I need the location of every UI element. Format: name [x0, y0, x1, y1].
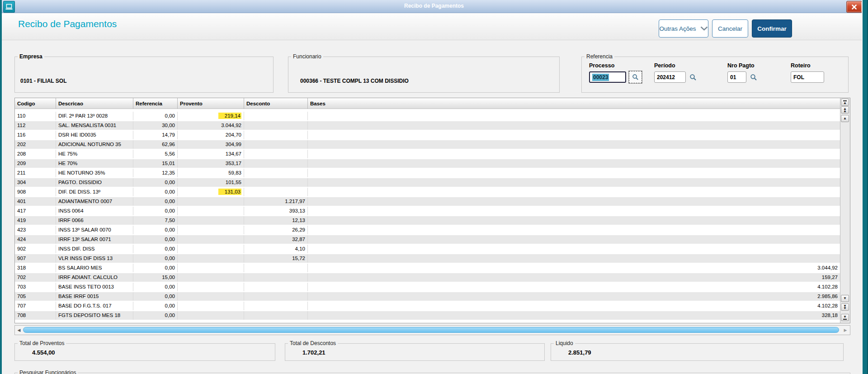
cell-desconto: 32,87 — [244, 235, 308, 244]
table-row[interactable]: 902INSS DIF. DISS0,004,10 — [15, 245, 840, 253]
periodo-input[interactable]: 202412 — [654, 71, 686, 83]
chevron-down-icon — [700, 26, 708, 31]
cell-descricao: INSS DIF. DISS — [56, 245, 133, 253]
table-row[interactable]: 424IRRF 13º SALAR 00710,0032,87 — [15, 235, 840, 244]
horizontal-scrollbar[interactable]: ◀ ▶ — [14, 325, 850, 335]
periodo-search-button[interactable] — [689, 73, 698, 82]
table-row[interactable]: 208HE 75%5,56134,67 — [15, 150, 840, 158]
table-row[interactable]: 907VLR INSS DIF DISS 130,0015,72 — [15, 254, 840, 263]
table-row[interactable]: 202ADICIONAL NOTURNO 3562,96304,99 — [15, 140, 840, 149]
cell-referencia: 0,00 — [133, 207, 178, 215]
confirmar-button[interactable]: Confirmar — [752, 19, 792, 38]
cell-bases: 4.102,28 — [308, 283, 840, 291]
nro-pagto-input[interactable]: 01 — [727, 71, 746, 83]
cell-provento — [178, 197, 244, 206]
window-border-left — [0, 0, 2, 374]
cell-descricao: IRRF 0066 — [56, 216, 133, 225]
processo-label: Processo — [589, 62, 614, 69]
column-header-desconto: Desconto — [244, 98, 308, 109]
processo-search-button[interactable] — [629, 71, 642, 83]
nro-pagto-label: Nro Pagto — [727, 62, 755, 69]
table-row[interactable]: 417INSS 00640,00393,13 — [15, 207, 840, 215]
hscroll-left-icon[interactable]: ◀ — [16, 327, 22, 333]
liquido-legend: Liquido — [554, 340, 575, 346]
cell-codigo: 702 — [15, 273, 56, 282]
hscroll-right-icon[interactable]: ▶ — [842, 327, 849, 333]
column-header-descricao: Descricao — [56, 98, 133, 109]
table-row[interactable]: 708FGTS DEPOSITO MES 180,00328,18 — [15, 311, 840, 320]
cell-referencia: 12,35 — [133, 169, 178, 177]
cell-desconto: 12,13 — [244, 216, 308, 225]
hscroll-thumb[interactable] — [23, 327, 839, 333]
processo-input[interactable]: 00023 — [589, 71, 626, 83]
cell-bases — [308, 254, 840, 263]
cell-desconto — [244, 302, 308, 310]
outras-acoes-button[interactable]: Outras Ações — [659, 19, 708, 38]
table-row[interactable]: 209HE 70%15,01353,17 — [15, 159, 840, 168]
cell-codigo: 417 — [15, 207, 56, 215]
column-header-codigo: Codigo — [15, 98, 56, 109]
periodo-label: Período — [654, 62, 675, 69]
cell-provento: 304,99 — [178, 140, 244, 149]
roteiro-label: Roteiro — [791, 62, 811, 69]
nro-pagto-search-button[interactable] — [749, 73, 758, 82]
cell-bases — [308, 226, 840, 234]
cell-codigo: 423 — [15, 226, 56, 234]
window-border-right — [862, 0, 868, 374]
cell-bases — [308, 150, 840, 158]
roteiro-value: FOL — [793, 74, 804, 80]
cell-provento: 134,67 — [178, 150, 244, 158]
scroll-down-button[interactable] — [841, 295, 849, 302]
roteiro-input[interactable]: FOL — [791, 71, 824, 83]
table-row[interactable]: 908DIF. DE DISS. 13º0,00131,03 — [15, 188, 840, 196]
cell-desconto — [244, 121, 308, 130]
table-row[interactable]: 401ADIANTAMENTO 00070,001.217,97 — [15, 197, 840, 206]
table-row[interactable]: 707BASE DO F.G.T.S. 0170,004.102,28 — [15, 302, 840, 310]
cell-desconto: 4,10 — [244, 245, 308, 253]
cell-referencia: 5,56 — [133, 150, 178, 158]
scroll-to-bottom-button[interactable] — [841, 314, 849, 321]
processo-value: 00023 — [592, 74, 609, 81]
vertical-scrollbar[interactable] — [840, 98, 850, 323]
table-row[interactable]: 110DIF. 2ª PAR 13º 00280,00219,14 — [15, 112, 840, 120]
scroll-to-top-button[interactable] — [841, 99, 849, 106]
highlighted-value: 219,14 — [218, 113, 241, 119]
liquido-value: 2.851,79 — [551, 346, 843, 356]
scroll-page-down-button[interactable] — [841, 303, 849, 311]
confirmar-label: Confirmar — [757, 25, 787, 32]
cell-referencia: 15,00 — [133, 273, 178, 282]
cell-referencia: 7,50 — [133, 216, 178, 225]
cell-desconto: 26,29 — [244, 226, 308, 234]
cell-bases: 4.102,28 — [308, 302, 840, 310]
cell-bases — [308, 140, 840, 149]
table-row[interactable]: 702IRRF ADIANT. CALCULO15,00159,27 — [15, 273, 840, 282]
cell-bases: 3.044,92 — [308, 264, 840, 272]
cell-descricao: INSS 13º SALAR 0070 — [56, 226, 133, 234]
page-header: Recibo de Pagamentos Outras Ações Cancel… — [2, 13, 862, 40]
cell-descricao: BASE DO F.G.T.S. 017 — [56, 302, 133, 310]
close-button[interactable] — [846, 1, 862, 13]
cell-desconto — [244, 112, 308, 120]
cell-descricao: ADIANTAMENTO 0007 — [56, 197, 133, 206]
table-row[interactable]: 112SAL. MENSALISTA 003130,003.044,92 — [15, 121, 840, 130]
table-row[interactable]: 318BS SALARIO MES0,003.044,92 — [15, 264, 840, 272]
cell-referencia: 0,00 — [133, 311, 178, 320]
table-row[interactable]: 211HE NOTURNO 35%12,3559,83 — [15, 169, 840, 177]
cell-codigo: 202 — [15, 140, 56, 149]
cell-desconto: 1.217,97 — [244, 197, 308, 206]
cancelar-button[interactable]: Cancelar — [712, 19, 748, 38]
cell-referencia: 14,79 — [133, 131, 178, 139]
table-row[interactable]: 423INSS 13º SALAR 00700,0026,29 — [15, 226, 840, 234]
cell-codigo: 424 — [15, 235, 56, 244]
table-row[interactable]: 304PAGTO. DISSIDIO0,00101,55 — [15, 178, 840, 187]
cell-descricao: DIF. 2ª PAR 13º 0028 — [56, 112, 133, 120]
periodo-value: 202412 — [657, 74, 675, 80]
scroll-page-up-button[interactable] — [841, 106, 849, 114]
table-row[interactable]: 419IRRF 00667,5012,13 — [15, 216, 840, 225]
cell-provento: 204,70 — [178, 131, 244, 139]
table-row[interactable]: 705BASE IRRF 00150,002.985,86 — [15, 292, 840, 301]
scroll-up-button[interactable] — [841, 115, 849, 122]
table-row[interactable]: 703BASE INSS TETO 00130,004.102,28 — [15, 283, 840, 291]
table-row[interactable]: 116DSR HE ID003514,79204,70 — [15, 131, 840, 139]
pesquisar-funcionarios-legend: Pesquisar Funcionários — [18, 369, 78, 374]
